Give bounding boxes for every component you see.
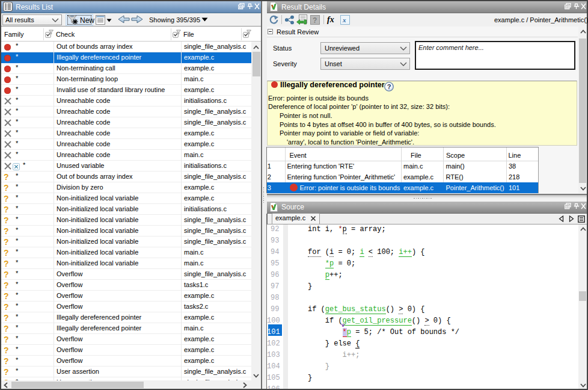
svg-text:?: ? (387, 83, 391, 90)
